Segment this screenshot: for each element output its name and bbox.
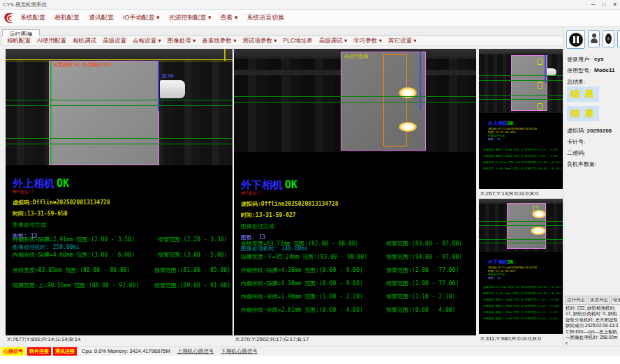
menu-item[interactable]: 通讯配置 [89,13,114,22]
camera-title: 外上相机OK [488,120,537,127]
frame-index-label: 图:88 [162,73,174,79]
toolbar-item[interactable]: 基准线参数 ▾ [202,37,236,45]
tab-strip: 运行图像 [0,26,620,36]
reflection-spot [531,227,546,235]
threshold-label: 灰度阈值:93, 动态阈值:100 [53,61,111,68]
camera-image-lower: AI运行图像 [234,49,476,152]
measurement-value: 外侧壹线-隔膜=4.38mm 范围:(0.00 - 9.00) [241,266,386,280]
measurement-row: 内侧壹线-壹线=1.90mm 范围:(1.00 - 2.20) 报警范围:(1.… [241,293,473,306]
process-done: 图像处理完成 [13,221,110,229]
camera-title: 外下相机OK [241,180,339,190]
alarm-range: 报警范围:(3.00 - 5.00) [158,251,227,266]
toolbar-item[interactable]: 测试项参数 ▾ [242,37,276,45]
camera-canvas-lower[interactable]: AI运行图像 外下相机OK MES复位!! 虚拟码:Offline2025020… [234,49,476,335]
comm-link-badge: 通讯连接 [53,347,77,356]
log-output[interactable]: 机时: 222, 缺陷检测机时: 17, 缺陷分类机时: 0, 缺陷提取分类机时… [566,305,619,344]
measurement-row: 外侧壹线-壹线=2.61mm 范围:(0.60 - 4.00) 报警范围:(0.… [241,306,473,319]
upper-camera-heartbeat-link[interactable]: 上相机心跳信号 [177,348,214,355]
virtual-code-label: 虚拟码: 20250208 [567,127,612,135]
measurement-row: 外侧壹线-隔膜=4.38mm 范围:(0.00 - 9.00) 报警范围:(2.… [241,266,473,280]
measurement-list-upper: 外侧壹线-隔膜=2.91mm 范围:(2.00 - 3.50) 报警范围:(2.… [13,236,230,297]
toolbar-item[interactable]: PLC地址表 [283,37,313,45]
thumbnail-view-upper: 外上相机OK 虚拟码:Offline2025020813134728 时间:13… [479,49,563,197]
measurement-value: 隔膜宽度-上=90.56mm 范围:(88.00 - 92.00) [13,282,154,297]
alarm-range: 报警范围:(89.00 - 91.00) [154,282,230,297]
close-icon[interactable]: ✕ [612,0,617,10]
pause-button[interactable] [566,30,585,49]
toolbar-item[interactable]: 相机配置 [7,37,31,45]
camera-view-lower: AI运行图像 外下相机OK MES复位!! 虚拟码:Offline2025020… [234,49,476,343]
measurement-list-lower: 壹线宽度=83.77mm 范围:(82.00 - 88.00) 报警范围:(83… [241,240,473,319]
thumbnail-canvas-lower[interactable]: 外下相机OK 虚拟码:Offline2025020813134728 时间:13… [479,199,563,334]
log-tab[interactable]: 错误日志 [611,296,620,305]
toolbar-item[interactable]: AI使用配置 [37,37,66,45]
maximize-icon[interactable]: □ [602,0,605,10]
measurement-value: 内侧壹线-隔膜=4.60mm 范围:(3.00 - 6.00) [13,251,158,266]
menu-item[interactable]: 相机配置 [54,13,80,22]
window-title: CYS-视觉检测系统 [0,0,620,10]
menu-item[interactable]: 系统语言切换 [247,13,285,22]
login-user-button[interactable] [588,30,600,47]
camera-title: 外上相机OK [13,179,110,189]
exit-button[interactable] [617,30,620,47]
measurement-row: 内侧壹线-隔膜=4.60mm 范围:(3.00 - 6.00) 报警范围:(3.… [13,251,230,266]
model-value: Mode11 [594,67,614,73]
yield-count-label: 良机率数量: [567,160,596,168]
measurement-value: 壹线宽度=83.05mm 范围:(80.00 - 86.00) [13,266,154,282]
result-badge-upper: 结 果 [567,86,599,102]
log-tab[interactable]: 运行日志 [565,296,587,305]
login-user-label: 登录用户: [567,56,591,63]
thumbnail-canvas-upper[interactable]: 外上相机OK 虚拟码:Offline2025020813134728 时间:13… [479,49,563,189]
detected-part [49,61,159,165]
toolbar-item[interactable]: 相机调试 [73,37,96,45]
main-area: 灰度阈值:93, 动态阈值:100 图:88 外上相机OK MES复位!! 虚拟… [0,46,563,346]
ai-detect-box [538,82,542,89]
toolbar-item[interactable]: 其它设置 ▾ [388,37,417,45]
menu-item[interactable]: IO手动配置 ▾ [123,13,160,22]
control-buttons [566,30,620,49]
lock-button[interactable] [603,30,614,47]
minimize-icon[interactable]: ─ [591,0,596,10]
log-tab[interactable]: 设置日志 [588,296,610,305]
camera-view-upper: 灰度阈值:93, 动态阈值:100 图:88 外上相机OK MES复位!! 虚拟… [6,49,232,343]
toolbar-item[interactable]: 学习参数 ▾ [353,37,382,45]
camera-canvas-upper[interactable]: 灰度阈值:93, 动态阈值:100 图:88 外上相机OK MES复位!! 虚拟… [6,49,232,335]
toolbar-item[interactable]: 高级设置 [103,37,126,45]
result-badge-lower: 结 果 [567,106,599,121]
ai-detect-box [538,103,542,109]
title-bar: CYS-视觉检测系统 ─ □ ✕ [0,0,620,10]
pause-icon [569,33,583,47]
pixel-readout-lower: X:270;Y:2502;R:17;G:17;B:17 [234,335,476,343]
thumbnail-measurements: 外侧壹线-隔膜=2.91mm 范围:(2.00 - 3.50) 报警范围:(2.… [483,148,561,173]
ok-status: OK [57,177,69,190]
toolbar-item[interactable]: 点检设置 ▾ [133,37,161,45]
right-sidebar: 登录用户: cys 使用型号: Mode11 总结果: 结 果 结 果 虚拟码:… [563,28,620,346]
measurement-value: 内侧壹线-壹线=1.90mm 范围:(1.00 - 2.20) [241,293,386,306]
total-result-label: 总结果: [567,78,585,86]
measurement-row: 隔膜宽度-下=95.24mm 范围:(93.00 - 98.00) 报警范围:(… [241,253,473,266]
camera-image-upper: 灰度阈值:93, 动态阈值:100 图:88 [6,49,232,165]
timestamp: 时间:13-31-59-650 [13,210,110,218]
alarm-range: 报警范围:(2.00 - 77.00) [386,266,459,280]
app-logo-icon [2,11,16,25]
toolbar-item[interactable]: 图像处理 ▾ [168,37,196,45]
measurement-row: 壹线宽度=83.77mm 范围:(82.00 - 88.00) 报警范围:(83… [241,240,473,253]
thumbnail-image [479,199,563,252]
pixel-readout-upper: X:7677;Y:891;R:14;G:14;B:14 [6,335,232,343]
menu-item[interactable]: 系统配置 [20,13,45,22]
app-window: CYS-视觉检测系统 ─ □ ✕ 系统配置相机配置通讯配置IO手动配置 ▾光源控… [0,0,620,364]
virtual-code: 虚拟码:Offline2025020813134728 [13,199,110,206]
mes-status: MES复位!! [241,190,339,197]
lower-camera-heartbeat-link[interactable]: 下相机心跳信号 [221,348,258,355]
reflection-spot [399,122,417,132]
measurement-value: 壹线宽度=83.77mm 范围:(82.00 - 88.00) [241,240,386,253]
virtual-code: 虚拟码:Offline2025020813134728 [241,200,339,208]
alarm-range: 报警范围:(1.10 - 2.10) [386,293,455,306]
menu-item[interactable]: 光源控制配置 ▾ [169,13,212,22]
measurement-row: 壹线宽度=83.05mm 范围:(80.00 - 86.00) 报警范围:(81… [13,266,230,282]
model-label: 使用型号: [567,67,591,75]
toolbar-item[interactable]: 高级调试 ▾ [319,37,348,45]
alarm-range: 报警范围:(2.20 - 3.30) [158,236,227,251]
menu-item[interactable]: 查看 ▾ [221,13,238,22]
thumbnail-overlay: 外下相机OK 虚拟码:Offline2025020813134728 时间:13… [488,259,537,280]
